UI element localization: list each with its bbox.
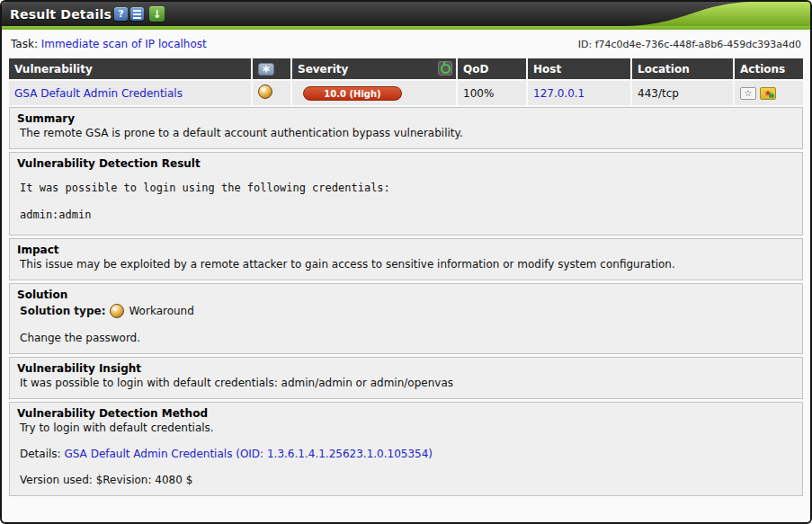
add-note-icon[interactable]: ☆ xyxy=(740,87,756,100)
col-location: Location xyxy=(632,58,733,79)
details-link[interactable]: GSA Default Admin Credentials (OID: 1.3.… xyxy=(64,448,433,460)
col-actions: Actions xyxy=(735,58,803,79)
section-solution: Solution Solution type: Workaround Chang… xyxy=(9,283,803,354)
location-cell: 443/tcp xyxy=(632,81,733,105)
result-details-page: Result Details ? ↓ Task: Immediate scan … xyxy=(0,0,812,524)
task-label: Task: xyxy=(11,38,38,50)
result-id-value: f74c0d4e-736c-448f-a8b6-459dc393a4d0 xyxy=(595,39,801,50)
section-detection-method: Vulnerability Detection Method Try to lo… xyxy=(9,402,803,496)
override-dot xyxy=(769,93,774,98)
details-label: Details: xyxy=(20,448,61,460)
task-line: Task: Immediate scan of IP localhost xyxy=(11,38,207,50)
workaround-icon xyxy=(258,84,272,99)
detection-result-line2: admin:admin xyxy=(20,209,795,221)
actions-cell: ☆ ★ xyxy=(735,81,803,105)
solution-type-line: Solution type: Workaround xyxy=(20,304,795,318)
version-line: Version used: $Revision: 4080 $ xyxy=(20,474,795,486)
list-icon[interactable] xyxy=(130,7,144,21)
vulnerability-cell: GSA Default Admin Credentials xyxy=(9,81,251,105)
detection-result-line1: It was possible to login using the follo… xyxy=(20,182,795,194)
insight-heading: Vulnerability Insight xyxy=(17,362,795,375)
severity-cell: 10.0 (High) xyxy=(292,81,456,105)
insight-text: It was possible to login with default cr… xyxy=(20,377,795,389)
result-table-wrap: Vulnerability * Severity QoD Host Locati… xyxy=(7,57,805,107)
dynamic-severity-icon xyxy=(438,61,452,75)
summary-text: The remote GSA is prone to a default acc… xyxy=(20,127,795,139)
qod-cell: 100% xyxy=(458,81,526,105)
vulnerability-link[interactable]: GSA Default Admin Credentials xyxy=(14,87,183,100)
solution-type-label: Solution type: xyxy=(20,305,105,317)
col-qod: QoD xyxy=(458,58,526,79)
table-header-row: Vulnerability * Severity QoD Host Locati… xyxy=(9,58,803,79)
col-severity: Severity xyxy=(292,58,456,79)
section-insight: Vulnerability Insight It was possible to… xyxy=(9,357,803,399)
detection-result-heading: Vulnerability Detection Result xyxy=(17,157,795,170)
solution-text: Change the password. xyxy=(20,332,795,344)
host-link[interactable]: 127.0.0.1 xyxy=(533,87,584,100)
solution-type-value: Workaround xyxy=(129,305,193,317)
impact-text: This issue may be exploited by a remote … xyxy=(20,258,795,271)
meta-row: Task: Immediate scan of IP localhost ID:… xyxy=(2,30,810,57)
solution-heading: Solution xyxy=(17,289,795,301)
host-cell: 127.0.0.1 xyxy=(528,81,630,105)
section-detection-result: Vulnerability Detection Result It was po… xyxy=(9,152,803,235)
col-solution-type: * xyxy=(253,58,290,79)
export-icon[interactable]: ↓ xyxy=(149,6,165,22)
help-icon[interactable]: ? xyxy=(114,7,128,21)
workaround-icon xyxy=(110,304,124,318)
detection-method-heading: Vulnerability Detection Method xyxy=(17,407,795,420)
details-line: Details: GSA Default Admin Credentials (… xyxy=(20,448,795,460)
section-summary: Summary The remote GSA is prone to a def… xyxy=(9,107,803,149)
task-link[interactable]: Immediate scan of IP localhost xyxy=(41,38,207,50)
result-table: Vulnerability * Severity QoD Host Locati… xyxy=(7,57,805,107)
add-override-icon[interactable]: ★ xyxy=(760,87,776,100)
col-vulnerability: Vulnerability xyxy=(9,58,251,79)
col-host: Host xyxy=(528,58,630,79)
result-id-label: ID: xyxy=(578,39,592,50)
titlebar: Result Details ? ↓ xyxy=(2,2,810,26)
green-swoosh-decoration xyxy=(621,2,810,26)
result-id: ID: f74c0d4e-736c-448f-a8b6-459dc393a4d0 xyxy=(578,39,801,50)
impact-heading: Impact xyxy=(17,244,795,256)
detection-method-text: Try to login with default credentials. xyxy=(20,422,795,434)
puzzle-icon: * xyxy=(258,63,274,75)
summary-heading: Summary xyxy=(17,112,795,125)
section-impact: Impact This issue may be exploited by a … xyxy=(9,238,803,280)
solution-type-cell xyxy=(253,81,290,105)
table-row: GSA Default Admin Credentials 10.0 (High… xyxy=(9,81,803,105)
page-title: Result Details xyxy=(10,7,112,22)
severity-badge: 10.0 (High) xyxy=(303,86,402,101)
